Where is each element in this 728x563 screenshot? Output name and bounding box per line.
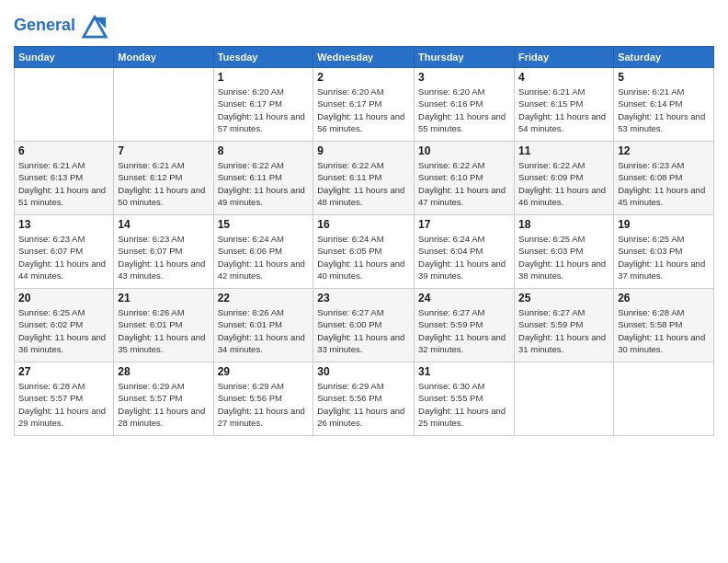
day-info: Sunrise: 6:29 AMSunset: 5:56 PMDaylight:… <box>317 380 410 429</box>
day-cell: 26Sunrise: 6:28 AMSunset: 5:58 PMDayligh… <box>614 289 714 362</box>
day-info: Sunrise: 6:24 AMSunset: 6:04 PMDaylight:… <box>418 233 510 282</box>
day-cell: 9Sunrise: 6:22 AMSunset: 6:11 PMDaylight… <box>313 142 415 215</box>
day-info: Sunrise: 6:20 AMSunset: 6:16 PMDaylight:… <box>418 86 510 134</box>
weekday-sunday: Sunday <box>15 47 114 68</box>
day-info: Sunrise: 6:24 AMSunset: 6:06 PMDaylight:… <box>218 233 310 282</box>
day-number: 2 <box>317 71 410 84</box>
day-info: Sunrise: 6:27 AMSunset: 6:00 PMDaylight:… <box>317 306 410 355</box>
weekday-header-row: SundayMondayTuesdayWednesdayThursdayFrid… <box>15 47 714 68</box>
day-cell: 10Sunrise: 6:22 AMSunset: 6:10 PMDayligh… <box>415 142 515 215</box>
week-row-4: 20Sunrise: 6:25 AMSunset: 6:02 PMDayligh… <box>15 289 714 362</box>
day-info: Sunrise: 6:25 AMSunset: 6:03 PMDaylight:… <box>518 233 609 282</box>
day-number: 15 <box>218 218 310 231</box>
weekday-wednesday: Wednesday <box>313 47 415 68</box>
day-info: Sunrise: 6:22 AMSunset: 6:11 PMDaylight:… <box>317 159 410 208</box>
day-number: 27 <box>18 365 109 378</box>
day-number: 31 <box>418 365 510 378</box>
day-cell <box>15 68 114 142</box>
day-info: Sunrise: 6:22 AMSunset: 6:09 PMDaylight:… <box>518 159 609 208</box>
weekday-friday: Friday <box>515 47 614 68</box>
day-number: 22 <box>218 292 310 304</box>
day-info: Sunrise: 6:27 AMSunset: 5:59 PMDaylight:… <box>418 306 510 355</box>
day-number: 29 <box>218 365 310 378</box>
day-number: 10 <box>418 144 510 157</box>
day-info: Sunrise: 6:30 AMSunset: 5:55 PMDaylight:… <box>418 380 510 429</box>
day-cell: 6Sunrise: 6:21 AMSunset: 6:13 PMDaylight… <box>15 142 114 215</box>
day-number: 16 <box>317 218 410 231</box>
day-number: 24 <box>418 292 510 304</box>
week-row-1: 1Sunrise: 6:20 AMSunset: 6:17 PMDaylight… <box>15 68 714 142</box>
day-info: Sunrise: 6:24 AMSunset: 6:05 PMDaylight:… <box>317 233 410 282</box>
day-number: 17 <box>418 218 510 231</box>
day-number: 28 <box>118 365 209 378</box>
day-cell: 16Sunrise: 6:24 AMSunset: 6:05 PMDayligh… <box>313 215 415 289</box>
header: General <box>14 9 714 39</box>
day-info: Sunrise: 6:29 AMSunset: 5:56 PMDaylight:… <box>218 380 310 429</box>
day-number: 30 <box>317 365 410 378</box>
day-cell: 24Sunrise: 6:27 AMSunset: 5:59 PMDayligh… <box>415 289 515 362</box>
weekday-thursday: Thursday <box>415 47 515 68</box>
week-row-5: 27Sunrise: 6:28 AMSunset: 5:57 PMDayligh… <box>15 362 714 436</box>
day-info: Sunrise: 6:22 AMSunset: 6:11 PMDaylight:… <box>218 159 310 208</box>
day-cell: 15Sunrise: 6:24 AMSunset: 6:06 PMDayligh… <box>213 215 313 289</box>
day-cell <box>515 362 614 436</box>
day-info: Sunrise: 6:26 AMSunset: 6:01 PMDaylight:… <box>218 306 310 355</box>
day-cell: 19Sunrise: 6:25 AMSunset: 6:03 PMDayligh… <box>614 215 714 289</box>
calendar: SundayMondayTuesdayWednesdayThursdayFrid… <box>14 46 714 436</box>
day-info: Sunrise: 6:25 AMSunset: 6:03 PMDaylight:… <box>618 233 710 282</box>
logo-icon <box>82 13 108 39</box>
day-info: Sunrise: 6:28 AMSunset: 5:58 PMDaylight:… <box>618 306 710 355</box>
day-cell: 31Sunrise: 6:30 AMSunset: 5:55 PMDayligh… <box>415 362 515 436</box>
day-info: Sunrise: 6:23 AMSunset: 6:08 PMDaylight:… <box>618 159 710 208</box>
day-cell: 2Sunrise: 6:20 AMSunset: 6:17 PMDaylight… <box>313 68 415 142</box>
day-number: 8 <box>218 144 310 157</box>
day-number: 5 <box>618 71 710 84</box>
day-info: Sunrise: 6:23 AMSunset: 6:07 PMDaylight:… <box>18 233 109 282</box>
calendar-body: 1Sunrise: 6:20 AMSunset: 6:17 PMDaylight… <box>15 68 714 436</box>
day-cell: 25Sunrise: 6:27 AMSunset: 5:59 PMDayligh… <box>515 289 614 362</box>
weekday-saturday: Saturday <box>614 47 714 68</box>
day-number: 18 <box>518 218 609 231</box>
day-cell <box>614 362 714 436</box>
day-cell: 30Sunrise: 6:29 AMSunset: 5:56 PMDayligh… <box>313 362 415 436</box>
day-number: 1 <box>218 71 310 84</box>
day-info: Sunrise: 6:21 AMSunset: 6:13 PMDaylight:… <box>18 159 109 208</box>
day-cell: 29Sunrise: 6:29 AMSunset: 5:56 PMDayligh… <box>213 362 313 436</box>
day-number: 12 <box>618 144 710 157</box>
week-row-3: 13Sunrise: 6:23 AMSunset: 6:07 PMDayligh… <box>15 215 714 289</box>
day-info: Sunrise: 6:28 AMSunset: 5:57 PMDaylight:… <box>18 380 109 429</box>
day-cell: 20Sunrise: 6:25 AMSunset: 6:02 PMDayligh… <box>15 289 114 362</box>
day-cell: 14Sunrise: 6:23 AMSunset: 6:07 PMDayligh… <box>114 215 213 289</box>
day-number: 4 <box>518 71 609 84</box>
day-cell: 8Sunrise: 6:22 AMSunset: 6:11 PMDaylight… <box>213 142 313 215</box>
day-cell: 5Sunrise: 6:21 AMSunset: 6:14 PMDaylight… <box>614 68 714 142</box>
week-row-2: 6Sunrise: 6:21 AMSunset: 6:13 PMDaylight… <box>15 142 714 215</box>
day-info: Sunrise: 6:23 AMSunset: 6:07 PMDaylight:… <box>118 233 209 282</box>
day-cell: 4Sunrise: 6:21 AMSunset: 6:15 PMDaylight… <box>515 68 614 142</box>
weekday-tuesday: Tuesday <box>213 47 313 68</box>
day-number: 6 <box>18 144 109 157</box>
logo-general: General <box>14 16 75 34</box>
day-info: Sunrise: 6:20 AMSunset: 6:17 PMDaylight:… <box>218 86 310 134</box>
day-cell: 22Sunrise: 6:26 AMSunset: 6:01 PMDayligh… <box>213 289 313 362</box>
day-number: 26 <box>618 292 710 304</box>
day-cell: 27Sunrise: 6:28 AMSunset: 5:57 PMDayligh… <box>15 362 114 436</box>
page: General SundayMondayTuesdayWednesdayThur… <box>0 0 728 563</box>
day-number: 11 <box>518 144 609 157</box>
logo: General <box>14 13 108 39</box>
day-cell <box>114 68 213 142</box>
day-info: Sunrise: 6:22 AMSunset: 6:10 PMDaylight:… <box>418 159 510 208</box>
day-number: 19 <box>618 218 710 231</box>
day-info: Sunrise: 6:20 AMSunset: 6:17 PMDaylight:… <box>317 86 410 134</box>
day-number: 14 <box>118 218 209 231</box>
day-number: 7 <box>118 144 209 157</box>
day-info: Sunrise: 6:29 AMSunset: 5:57 PMDaylight:… <box>118 380 209 429</box>
day-number: 9 <box>317 144 410 157</box>
day-cell: 28Sunrise: 6:29 AMSunset: 5:57 PMDayligh… <box>114 362 213 436</box>
day-cell: 13Sunrise: 6:23 AMSunset: 6:07 PMDayligh… <box>15 215 114 289</box>
day-info: Sunrise: 6:21 AMSunset: 6:12 PMDaylight:… <box>118 159 209 208</box>
day-cell: 23Sunrise: 6:27 AMSunset: 6:00 PMDayligh… <box>313 289 415 362</box>
day-cell: 17Sunrise: 6:24 AMSunset: 6:04 PMDayligh… <box>415 215 515 289</box>
day-cell: 12Sunrise: 6:23 AMSunset: 6:08 PMDayligh… <box>614 142 714 215</box>
day-number: 3 <box>418 71 510 84</box>
